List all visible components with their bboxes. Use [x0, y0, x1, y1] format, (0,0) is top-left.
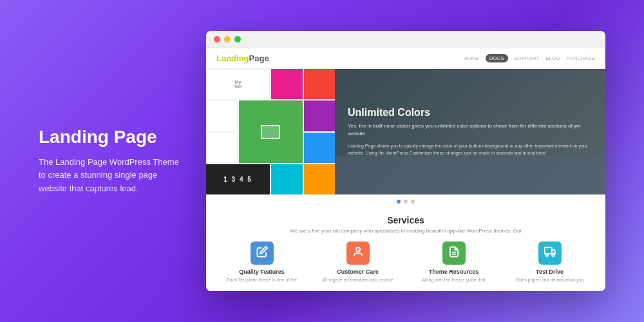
svg-point-0 — [356, 247, 360, 251]
service-name-testdrive: Test Drive — [536, 269, 564, 275]
page-title: Landing Page — [39, 126, 180, 148]
browser-dot-close[interactable] — [214, 36, 220, 43]
mosaic-cell-1: MySite — [206, 69, 270, 99]
mosaic-cell-8 — [304, 133, 336, 163]
hero-left-mosaic: MySite 1 3 4 5 — [206, 69, 335, 194]
service-icon-testdrive — [538, 242, 562, 265]
svg-point-5 — [552, 254, 554, 256]
page-background: Landing Page The Landing Page WordPress … — [0, 0, 644, 322]
service-name-customer: Customer Care — [337, 269, 379, 275]
edit-icon — [256, 246, 268, 260]
mosaic-cell-10 — [271, 164, 303, 194]
hero-subtitle: Yes, the in built color picker gives you… — [348, 122, 592, 138]
logo-text-yellow: Landing — [216, 53, 249, 63]
theme-logo: LandingPage — [216, 53, 269, 63]
nav-link-purchase[interactable]: PURCHASE — [567, 55, 595, 61]
service-test-drive: Test Drive Sales pages and demos allow y… — [504, 242, 595, 283]
browser-bar — [206, 31, 605, 48]
service-icon-quality — [251, 242, 274, 265]
dot-3[interactable] — [411, 200, 415, 204]
service-text-quality: Each Templatic theme is one of the — [227, 277, 297, 283]
file-icon — [448, 246, 460, 260]
service-text-customer: All registered members can receive — [323, 277, 393, 283]
dot-2[interactable] — [404, 200, 408, 204]
user-icon — [352, 246, 364, 260]
service-customer-care: Customer Care All registered members can… — [312, 242, 403, 283]
mosaic-cell-4 — [206, 100, 238, 131]
service-theme-resources: Theme Resources Along with the theme gui… — [408, 242, 499, 283]
mosaic-cell-5 — [239, 100, 303, 163]
service-name-quality: Quality Features — [239, 269, 285, 275]
tablet-icon — [261, 125, 280, 139]
nav-link-blog[interactable]: BLOG — [545, 55, 560, 61]
mosaic-cell-counter: 1 3 4 5 — [206, 164, 270, 194]
page-description: The Landing Page WordPress Theme to crea… — [39, 156, 180, 196]
services-grid: Quality Features Each Templatic theme is… — [216, 242, 595, 283]
mosaic-grid: MySite 1 3 4 5 — [206, 69, 335, 194]
mosaic-cell-3 — [304, 69, 336, 99]
browser-dot-maximize[interactable] — [234, 36, 241, 43]
text-section: Landing Page The Landing Page WordPress … — [39, 126, 180, 196]
content-wrapper: Landing Page The Landing Page WordPress … — [39, 31, 605, 291]
service-icon-customer — [346, 242, 370, 265]
services-description: We are a five year old company who speci… — [216, 228, 595, 234]
counter-text: 1 3 4 5 — [223, 176, 252, 183]
logo-text-gray: Page — [249, 53, 269, 63]
dots-row — [206, 194, 605, 209]
theme-nav: LandingPage HOME DOCS SUPPORT BLOG PURCH… — [206, 48, 605, 69]
mosaic-cell-7 — [206, 133, 238, 163]
hero-title: Unlimited Colors — [348, 107, 592, 118]
theme-hero: MySite 1 3 4 5 — [206, 69, 605, 194]
browser-mockup: LandingPage HOME DOCS SUPPORT BLOG PURCH… — [206, 31, 605, 291]
services-section: Services We are a five year old company … — [206, 209, 605, 291]
service-icon-resources — [442, 242, 466, 265]
mosaic-cell-6 — [304, 100, 336, 131]
nav-link-home[interactable]: HOME — [464, 55, 479, 61]
service-quality-features: Quality Features Each Templatic theme is… — [216, 242, 307, 283]
service-text-resources: Along with the theme guide that — [422, 277, 485, 283]
nav-link-docs[interactable]: DOCS — [486, 54, 508, 62]
browser-content: LandingPage HOME DOCS SUPPORT BLOG PURCH… — [206, 48, 605, 291]
service-text-testdrive: Sales pages and demos allow you — [515, 277, 583, 283]
mysite-label: MySite — [231, 77, 244, 91]
svg-point-4 — [545, 254, 548, 256]
car-icon — [544, 246, 556, 260]
browser-dot-minimize[interactable] — [224, 36, 231, 43]
hero-body: Landing Page allows you to quickly chang… — [348, 143, 592, 156]
svg-rect-3 — [544, 247, 551, 254]
services-title: Services — [216, 215, 595, 225]
dot-1[interactable] — [397, 200, 401, 204]
service-name-resources: Theme Resources — [429, 269, 479, 275]
theme-nav-links: HOME DOCS SUPPORT BLOG PURCHASE — [464, 54, 595, 62]
nav-link-support[interactable]: SUPPORT — [515, 55, 540, 61]
mosaic-cell-11 — [304, 164, 336, 194]
hero-right: Unlimited Colors Yes, the in built color… — [335, 69, 605, 194]
mosaic-cell-2 — [271, 69, 303, 99]
